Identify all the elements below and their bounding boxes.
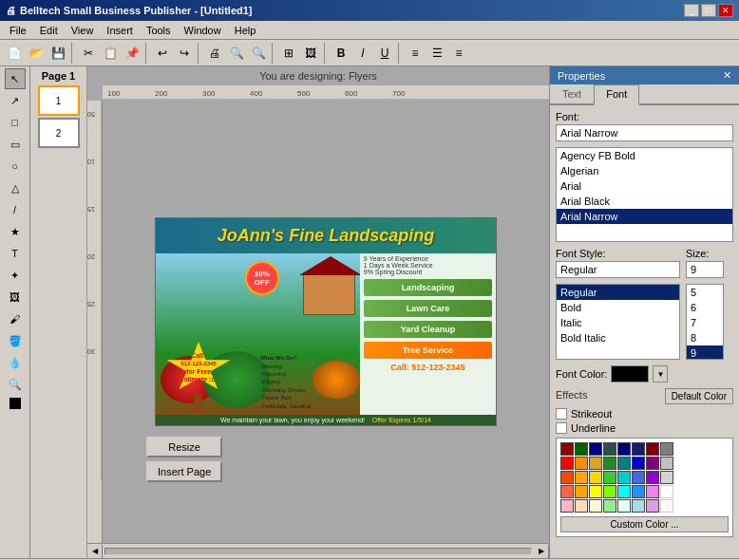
- size-7[interactable]: 7: [687, 315, 723, 330]
- color-darkviolet[interactable]: [646, 471, 659, 484]
- paste-btn[interactable]: 📌: [122, 43, 142, 64]
- color-gray[interactable]: [660, 442, 673, 456]
- tool-fill[interactable]: 🪣: [5, 330, 26, 351]
- color-floralwhite[interactable]: [660, 499, 673, 513]
- tool-select[interactable]: ↖: [5, 68, 26, 89]
- color-darkturquoise[interactable]: [617, 471, 631, 484]
- clip-btn[interactable]: 🖼: [300, 43, 321, 64]
- props-close[interactable]: ✕: [723, 69, 731, 82]
- underline-btn[interactable]: U: [374, 43, 395, 64]
- color-red[interactable]: [560, 457, 574, 470]
- underline-checkbox[interactable]: [556, 422, 567, 434]
- size-8[interactable]: 8: [687, 330, 723, 345]
- minimize-btn[interactable]: _: [684, 4, 699, 17]
- color-silver[interactable]: [660, 457, 673, 470]
- zoom-in-btn[interactable]: 🔍: [226, 43, 247, 64]
- zoom-out-btn[interactable]: 🔍: [248, 43, 269, 64]
- scroll-right-btn[interactable]: ▶: [534, 544, 549, 559]
- tool-zoom[interactable]: 🔍: [5, 374, 26, 395]
- h-scroll[interactable]: ◀ ▶: [87, 543, 549, 558]
- menu-window[interactable]: Window: [179, 23, 227, 38]
- open-btn[interactable]: 📂: [26, 43, 47, 64]
- tool-text[interactable]: T: [5, 243, 26, 264]
- font-list[interactable]: Agency FB Bold Algerian Arial Arial Blac…: [556, 147, 733, 242]
- color-goldenrod[interactable]: [589, 457, 602, 470]
- font-color-swatch[interactable]: [611, 365, 649, 383]
- scroll-left-btn[interactable]: ◀: [87, 544, 103, 559]
- style-bold-italic[interactable]: Bold Italic: [557, 330, 679, 345]
- print-preview-btn[interactable]: 🖨: [204, 43, 225, 64]
- default-color-btn[interactable]: Default Color: [665, 388, 733, 404]
- size-6[interactable]: 6: [687, 300, 723, 315]
- color-white[interactable]: [660, 485, 673, 498]
- color-lightgray[interactable]: [660, 471, 673, 484]
- tool-triangle[interactable]: △: [5, 177, 26, 198]
- color-lightcyan[interactable]: [617, 499, 631, 513]
- tab-text[interactable]: Text: [550, 84, 594, 103]
- flyer-btn-yard-cleanup[interactable]: Yard Cleanup: [364, 321, 492, 338]
- color-darkslate[interactable]: [603, 442, 616, 456]
- align-left-btn[interactable]: ≡: [405, 43, 426, 64]
- color-lightgreen[interactable]: [603, 499, 616, 513]
- color-orange2[interactable]: [575, 485, 588, 498]
- menu-help[interactable]: Help: [229, 23, 262, 38]
- color-medblue[interactable]: [632, 457, 645, 470]
- style-regular[interactable]: Regular: [557, 285, 679, 300]
- size-5[interactable]: 5: [687, 285, 723, 300]
- color-teal[interactable]: [617, 457, 631, 470]
- color-orange[interactable]: [575, 471, 588, 484]
- color-navy[interactable]: [617, 442, 631, 456]
- menu-insert[interactable]: Insert: [101, 23, 139, 38]
- font-color-dropdown[interactable]: ▼: [653, 365, 668, 383]
- tool-ellipse[interactable]: ○: [5, 156, 26, 177]
- tool-image[interactable]: 🖼: [5, 287, 26, 308]
- page-thumb-2[interactable]: 2: [38, 118, 80, 148]
- save-btn[interactable]: 💾: [47, 43, 68, 64]
- resize-btn[interactable]: Resize: [146, 437, 222, 457]
- size-input[interactable]: [686, 261, 724, 278]
- color-royalblue[interactable]: [632, 471, 645, 484]
- font-item-algerian[interactable]: Algerian: [557, 163, 732, 178]
- color-grid[interactable]: [560, 442, 729, 513]
- style-input[interactable]: [556, 261, 680, 278]
- size-list[interactable]: 5 6 7 8 9: [686, 284, 724, 360]
- tool-rect[interactable]: □: [5, 112, 26, 133]
- color-yellow[interactable]: [589, 485, 602, 498]
- strikeout-checkbox[interactable]: [556, 408, 567, 420]
- undo-btn[interactable]: ↩: [152, 43, 173, 64]
- color-purple[interactable]: [646, 457, 659, 470]
- color-lemoncream[interactable]: [589, 499, 602, 513]
- font-item-arial-narrow[interactable]: Arial Narrow: [557, 209, 732, 224]
- color-lightblue[interactable]: [632, 499, 645, 513]
- style-italic[interactable]: Italic: [557, 315, 679, 330]
- color-lightpink[interactable]: [560, 499, 574, 513]
- tool-color-swatch[interactable]: [8, 396, 23, 411]
- align-right-btn[interactable]: ≡: [448, 43, 469, 64]
- h-scroll-track[interactable]: [104, 548, 532, 555]
- maximize-btn[interactable]: □: [701, 4, 716, 17]
- title-bar-controls[interactable]: _ □ ✕: [684, 4, 733, 17]
- menu-tools[interactable]: Tools: [141, 23, 177, 38]
- color-gold[interactable]: [589, 471, 602, 484]
- align-center-btn[interactable]: ☰: [426, 43, 447, 64]
- style-bold[interactable]: Bold: [557, 300, 679, 315]
- tool-eyedrop[interactable]: 💧: [5, 352, 26, 373]
- redo-btn[interactable]: ↪: [174, 43, 195, 64]
- size-9[interactable]: 9: [687, 345, 723, 360]
- page-thumb-1[interactable]: 1: [38, 85, 80, 116]
- color-cyan[interactable]: [617, 485, 631, 498]
- insert-page-btn[interactable]: Insert Page: [146, 461, 222, 482]
- color-lawngreen[interactable]: [603, 485, 616, 498]
- color-darkorange[interactable]: [575, 457, 588, 470]
- canvas-page[interactable]: JoAnn's Fine Landscaping: [103, 101, 549, 543]
- bold-btn[interactable]: B: [331, 43, 351, 64]
- color-forestgreen[interactable]: [603, 457, 616, 470]
- grid-btn[interactable]: ⊞: [278, 43, 299, 64]
- menu-edit[interactable]: Edit: [34, 23, 64, 38]
- font-item-arial[interactable]: Arial: [557, 178, 732, 194]
- flyer-btn-landscaping[interactable]: Landscaping: [364, 279, 492, 296]
- flyer-btn-lawn-care[interactable]: Lawn Care: [364, 300, 492, 317]
- font-item-arial-black[interactable]: Arial Black: [557, 194, 732, 209]
- copy-btn[interactable]: 📋: [100, 43, 121, 64]
- tab-font[interactable]: Font: [594, 84, 639, 105]
